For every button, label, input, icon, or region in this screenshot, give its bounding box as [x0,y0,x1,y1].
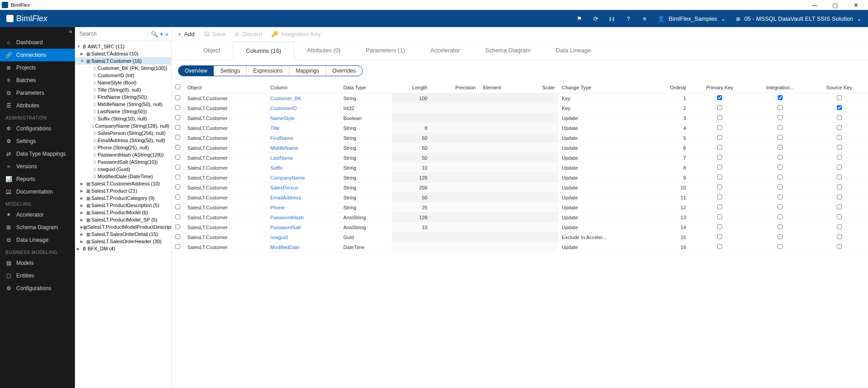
cell-ik[interactable] [750,193,811,203]
table-row[interactable]: SalesLT.CustomerLastNameString50Update7 [172,153,868,163]
table-row[interactable]: SalesLT.CustomerTitleString8Update4 [172,123,868,133]
checkbox[interactable] [778,165,783,170]
cell-element[interactable] [480,153,524,163]
cell-pk[interactable] [690,163,750,173]
table-row[interactable]: SalesLT.CustomerCustomerIDInt32Key2 [172,103,868,113]
cell-element[interactable] [480,193,524,203]
cell-sk[interactable] [811,103,868,113]
tree-row[interactable]: ▶▦SalesLT.ProductModel_SP (5) [75,216,171,223]
tree-row[interactable]: ▶▦SalesLT.SalesOrderHeader (30) [75,238,171,245]
checkbox[interactable] [778,155,783,160]
table-row[interactable]: SalesLT.CustomerrowguidGuidExclude In Ac… [172,232,868,242]
subtab-settings[interactable]: Settings [214,66,247,76]
row-select[interactable] [175,244,180,249]
row-select[interactable] [175,105,180,110]
checkbox[interactable] [717,165,722,170]
cell-sk[interactable] [811,133,868,143]
sidebar-item-configurations[interactable]: ⚙Configurations [0,282,75,295]
tree-row[interactable]: ▯LastName (String(50)) [75,108,171,115]
checkbox[interactable] [717,105,722,110]
checkbox[interactable] [717,224,722,229]
tree-row[interactable]: ▯Title (String(8), null) [75,86,171,93]
cell-length[interactable]: 50 [392,133,431,143]
checkbox[interactable] [717,175,722,180]
cell-pk[interactable] [690,242,750,252]
cell-ik[interactable] [750,222,811,232]
cell-pk[interactable] [690,123,750,133]
cell-scale[interactable] [524,193,558,203]
cell-scale[interactable] [524,163,558,173]
checkbox[interactable] [837,155,842,160]
cell-element[interactable] [480,173,524,183]
cell-pk[interactable] [690,173,750,183]
cell-sk[interactable] [811,183,868,193]
subtab-overrides[interactable]: Overrides [326,66,362,76]
cell-scale[interactable] [524,143,558,153]
cell-pk[interactable] [690,113,750,123]
tab-accelerator[interactable]: Accelerator [418,42,473,60]
checkbox[interactable] [778,234,783,239]
sidebar-item-data-lineage[interactable]: ⧉Data Lineage [0,234,75,246]
tree-row[interactable]: ▯rowguid (Guid) [75,166,171,173]
sidebar-item-entities[interactable]: ▢Entities [0,269,75,282]
col-header[interactable]: Change Type [558,82,649,93]
cell-scale[interactable] [524,242,558,252]
checkbox[interactable] [778,185,783,189]
maximize-button[interactable]: ▢ [828,2,842,9]
tree-row[interactable]: ▯MiddleName (String(50), null) [75,101,171,108]
cell-length[interactable]: 50 [392,153,431,163]
cell-sk[interactable] [811,203,868,212]
cell-column[interactable]: FirstName [267,133,340,143]
cell-element[interactable] [480,123,524,133]
cell-change[interactable]: Update [558,212,649,222]
sidebar-item-accelerator[interactable]: ✶Accelerator [0,208,75,221]
cell-sk[interactable] [811,232,868,242]
sidebar-item-projects[interactable]: ≣Projects [0,61,75,74]
cell-scale[interactable] [524,173,558,183]
col-header[interactable]: Column [267,82,340,93]
table-row[interactable]: SalesLT.CustomerFirstNameString50Update5 [172,133,868,143]
cell-element[interactable] [480,93,524,103]
cell-sk[interactable] [811,163,868,173]
sidebar-item-data-type-mappings[interactable]: ⇄Data Type Mappings [0,148,75,160]
checkbox[interactable] [837,95,842,100]
checkbox[interactable] [717,244,722,249]
cell-ik[interactable] [750,143,811,153]
cell-pk[interactable] [690,93,750,103]
cell-column[interactable]: PasswordHash [267,212,340,222]
col-header[interactable]: Ordinal [649,82,690,93]
search-input[interactable] [78,29,149,39]
table-row[interactable]: SalesLT.CustomerMiddleNameString50Update… [172,143,868,153]
cell-scale[interactable] [524,113,558,123]
cell-scale[interactable] [524,153,558,163]
cell-column[interactable]: EmailAddress [267,193,340,203]
cell-length[interactable]: 128 [392,173,431,183]
checkbox[interactable] [778,115,783,120]
cell-ik[interactable] [750,183,811,193]
cell-pk[interactable] [690,212,750,222]
cell-column[interactable]: rowguid [267,232,340,242]
minimize-button[interactable]: — [807,2,821,9]
checkbox[interactable] [837,234,842,239]
cell-length[interactable]: 128 [392,212,431,222]
checkbox[interactable] [717,135,722,140]
cell-column[interactable]: LastName [267,153,340,163]
cell-scale[interactable] [524,133,558,143]
cell-change[interactable]: Update [558,123,649,133]
project-selector[interactable]: 👤 BimlFlex_Samples ⌄ [658,15,726,22]
cell-length[interactable]: 10 [392,163,431,173]
row-select[interactable] [175,115,180,120]
cell-change[interactable]: Exclude In Acceler... [558,232,649,242]
cell-precision[interactable] [431,123,479,133]
tree-row[interactable]: ▶▦SalesLT.ProductCategory (9) [75,194,171,202]
checkbox[interactable] [778,125,783,130]
checkbox[interactable] [837,125,842,130]
row-select[interactable] [175,125,180,130]
cell-column[interactable]: PasswordSalt [267,222,340,232]
cell-change[interactable]: Update [558,113,649,123]
cell-precision[interactable] [431,143,479,153]
cell-scale[interactable] [524,123,558,133]
sidebar-item-batches[interactable]: ≡Batches [0,74,75,87]
cell-element[interactable] [480,103,524,113]
cell-column[interactable]: Suffix [267,163,340,173]
